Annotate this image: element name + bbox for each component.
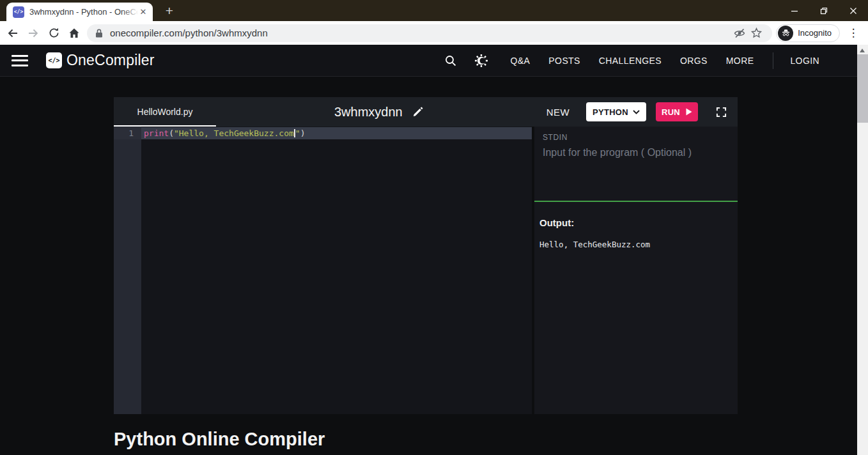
output-section: Output: Hello, TechGeekBuzz.com [534,202,738,249]
code-string-close: " [295,128,300,138]
nav-item-qa[interactable]: Q&A [511,56,531,66]
scrollbar-thumb[interactable] [857,54,868,123]
chevron-down-icon [633,110,640,114]
forward-button[interactable] [23,23,43,43]
tab-close-icon[interactable]: ✕ [137,6,149,18]
star-icon [750,27,763,39]
minimize-icon [791,7,798,15]
file-tab-helloworld[interactable]: HelloWorld.py [114,97,216,127]
nav-item-posts[interactable]: POSTS [548,56,580,66]
code-line-1[interactable]: 1 print("Hello, TechGeekBuzz.com") [114,127,532,139]
back-icon [6,27,19,40]
bookmark-star-button[interactable] [748,25,764,42]
stdin-label: STDIN [543,133,568,142]
pencil-icon [412,107,423,118]
brand-name: OneCompiler [66,52,155,69]
logo-icon: </> [46,52,62,68]
language-select-value: PYTHON [593,107,628,117]
privacy-eye-button[interactable] [731,25,748,42]
forward-icon [27,27,40,40]
fullscreen-icon [716,107,727,118]
line-number: 1 [114,127,141,139]
output-label: Output: [539,217,729,228]
edit-title-button[interactable] [412,107,423,118]
play-icon [686,108,692,116]
window-minimize-button[interactable] [780,0,809,21]
header-divider [773,52,773,69]
lock-icon [95,28,104,38]
new-tab-button[interactable]: + [161,3,178,20]
hamburger-menu-button[interactable] [12,55,28,66]
site-header: </> OneCompiler Q&A POSTS CHALLENGES ORG… [0,45,868,77]
scrollbar-up-arrow[interactable] [860,49,865,52]
line-number-gutter [114,127,141,414]
io-panel: STDIN Output: Hello, TechGeekBuzz.com [534,127,738,414]
code-editor[interactable]: 1 print("Hello, TechGeekBuzz.com") [114,127,532,414]
window-close-button[interactable] [839,0,868,21]
url-text[interactable]: onecompiler.com/python/3whmxydnn [110,27,731,38]
code-punct-close: ) [300,128,306,138]
editor-toolbar: HelloWorld.py 3whmxydnn NEW PYTHON RUN [114,97,738,127]
home-button[interactable] [64,23,84,43]
browser-menu-button[interactable]: ⋮ [844,24,863,43]
tab-title: 3whmxydnn - Python - OneComp [29,7,137,17]
search-icon [444,54,457,67]
language-select[interactable]: PYTHON [586,102,646,121]
incognito-icon [778,26,793,41]
site-favicon: </> [13,6,24,18]
site-logo[interactable]: </> OneCompiler [46,52,155,69]
browser-tab[interactable]: </> 3whmxydnn - Python - OneComp ✕ [6,3,153,21]
search-button[interactable] [440,50,461,72]
stdin-input[interactable] [543,147,729,197]
nav-item-orgs[interactable]: ORGS [680,56,708,66]
window-controls [780,0,868,21]
code-string: "Hello, TechGeekBuzz.com [174,128,294,138]
stdin-section: STDIN [534,127,738,202]
file-tab-label: HelloWorld.py [137,107,193,117]
incognito-badge: Incognito [776,24,840,42]
back-button[interactable] [3,23,23,43]
code-keyword: print [144,128,169,138]
close-icon [849,7,857,15]
tab-title-fade [122,5,139,19]
page-scrollbar[interactable] [857,45,868,455]
code-punct-open: ( [169,128,174,138]
new-button[interactable]: NEW [546,107,570,118]
compiler-card: HelloWorld.py 3whmxydnn NEW PYTHON RUN [114,97,738,414]
nav-item-challenges[interactable]: CHALLENGES [599,56,662,66]
theme-toggle-icon [474,54,488,68]
page-title: Python Online Compiler [114,429,325,450]
home-icon [68,27,81,40]
login-button[interactable]: LOGIN [790,56,819,66]
document-title: 3whmxydnn [334,105,403,120]
eye-off-icon [733,27,746,40]
nav-item-more[interactable]: MORE [726,56,754,66]
url-bar[interactable]: onecompiler.com/python/3whmxydnn [87,24,772,42]
output-text: Hello, TechGeekBuzz.com [539,240,729,249]
theme-toggle-button[interactable] [470,50,492,72]
incognito-label: Incognito [798,28,832,38]
browser-addressbar: onecompiler.com/python/3whmxydnn Inco [0,21,868,45]
reload-button[interactable] [43,23,64,43]
restore-icon [820,7,828,15]
browser-titlebar: </> 3whmxydnn - Python - OneComp ✕ + [0,0,868,21]
run-button-label: RUN [662,107,680,117]
run-button[interactable]: RUN [656,102,698,121]
window-restore-button[interactable] [809,0,839,21]
fullscreen-button[interactable] [716,107,727,118]
reload-icon [48,27,60,39]
